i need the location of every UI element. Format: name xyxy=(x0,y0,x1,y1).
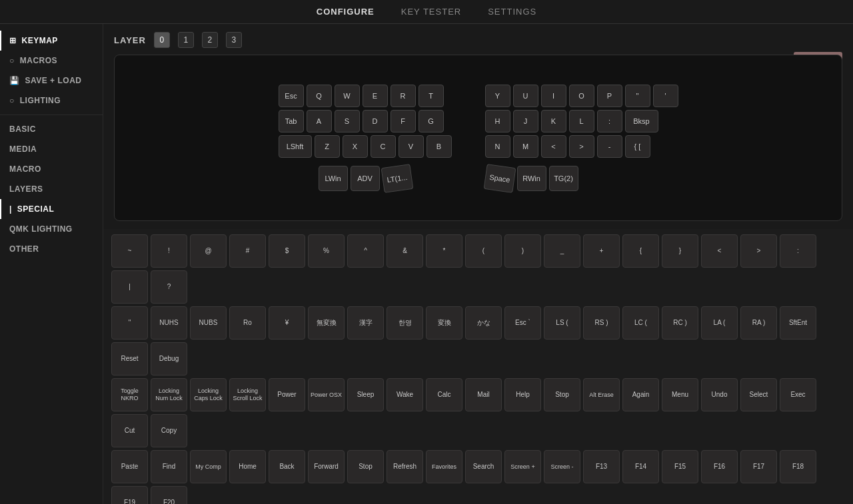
panel-key-ro[interactable]: Ro xyxy=(229,306,266,340)
panel-key-sftent[interactable]: SftEnt xyxy=(780,306,816,340)
panel-key-plus[interactable]: + xyxy=(583,234,620,268)
panel-key-stop-2[interactable]: Stop xyxy=(347,450,384,483)
key-tg2[interactable]: TG(2) xyxy=(549,166,578,191)
panel-key-kana[interactable]: かな xyxy=(465,306,502,340)
panel-key-refresh[interactable]: Refresh xyxy=(387,450,423,483)
panel-key-again[interactable]: Again xyxy=(622,378,659,411)
panel-key-home[interactable]: Home xyxy=(229,450,266,483)
panel-key-toggle-nkro[interactable]: Toggle NKRO xyxy=(111,378,148,411)
panel-key-pipe[interactable]: | xyxy=(111,270,148,304)
nav-key-tester[interactable]: KEY TESTER xyxy=(401,7,461,17)
sidebar-item-macros[interactable]: ○ MACROS xyxy=(0,51,103,71)
panel-key-hash[interactable]: # xyxy=(229,234,266,268)
sidebar-section-macro[interactable]: MACRO xyxy=(0,159,103,179)
panel-key-rs[interactable]: RS ) xyxy=(583,306,620,340)
panel-key-mail[interactable]: Mail xyxy=(465,378,502,411)
panel-key-f16[interactable]: F16 xyxy=(701,450,738,483)
panel-key-asterisk[interactable]: * xyxy=(426,234,462,268)
key-quote2[interactable]: ' xyxy=(653,85,678,107)
panel-key-my-comp[interactable]: My Comp xyxy=(190,450,227,483)
panel-key-f14[interactable]: F14 xyxy=(622,450,659,483)
panel-key-esc-grave[interactable]: Esc ` xyxy=(504,306,541,340)
panel-key-locking-caps[interactable]: Locking Caps Lock xyxy=(190,378,227,411)
panel-key-exec[interactable]: Exec xyxy=(780,378,816,411)
panel-key-nuhs[interactable]: NUHS xyxy=(151,306,187,340)
key-m[interactable]: M xyxy=(513,135,538,158)
panel-key-ra[interactable]: RA ) xyxy=(740,306,777,340)
panel-key-lt[interactable]: < xyxy=(701,234,738,268)
key-x[interactable]: X xyxy=(343,135,368,158)
key-tab[interactable]: Tab xyxy=(279,110,304,132)
panel-key-amp[interactable]: & xyxy=(387,234,423,268)
panel-key-hangul[interactable]: 한영 xyxy=(387,306,423,340)
panel-key-f20[interactable]: F20 xyxy=(151,486,187,504)
layer-btn-0[interactable]: 0 xyxy=(154,32,170,48)
panel-key-power[interactable]: Power xyxy=(269,378,305,411)
panel-key-dollar[interactable]: $ xyxy=(269,234,305,268)
key-comma[interactable]: < xyxy=(541,135,566,158)
key-period[interactable]: > xyxy=(569,135,594,158)
key-lt1[interactable]: LT(1... xyxy=(381,164,413,193)
panel-key-wake[interactable]: Wake xyxy=(387,378,423,411)
key-rwin[interactable]: RWin xyxy=(517,166,546,191)
panel-key-dquote[interactable]: " xyxy=(111,306,148,340)
panel-key-henkan[interactable]: 変換 xyxy=(426,306,462,340)
sidebar-section-basic[interactable]: BASIC xyxy=(0,119,103,139)
key-u[interactable]: U xyxy=(513,85,538,107)
panel-key-f19[interactable]: F19 xyxy=(111,486,148,504)
panel-key-back[interactable]: Back xyxy=(269,450,305,483)
nav-settings[interactable]: SETTINGS xyxy=(488,7,536,17)
panel-key-f13[interactable]: F13 xyxy=(583,450,620,483)
key-j[interactable]: J xyxy=(513,110,538,132)
key-d[interactable]: D xyxy=(363,110,388,132)
panel-key-muhenkan[interactable]: 無変換 xyxy=(308,306,345,340)
key-r[interactable]: R xyxy=(391,85,416,107)
key-b[interactable]: B xyxy=(426,135,452,158)
key-g[interactable]: G xyxy=(419,110,444,132)
key-o[interactable]: O xyxy=(569,85,594,107)
key-t[interactable]: T xyxy=(419,85,444,107)
panel-key-rcurly[interactable]: } xyxy=(662,234,698,268)
panel-key-undo[interactable]: Undo xyxy=(701,378,738,411)
panel-key-percent[interactable]: % xyxy=(308,234,345,268)
key-bksp[interactable]: Bksp xyxy=(625,110,658,132)
key-esc[interactable]: Esc xyxy=(279,85,304,107)
panel-key-la[interactable]: LA ( xyxy=(701,306,738,340)
panel-key-help[interactable]: Help xyxy=(504,378,541,411)
sidebar-section-media[interactable]: MEDIA xyxy=(0,139,103,159)
panel-key-select[interactable]: Select xyxy=(740,378,777,411)
panel-key-rparen[interactable]: ) xyxy=(504,234,541,268)
key-i[interactable]: I xyxy=(541,85,566,107)
panel-key-calc[interactable]: Calc xyxy=(426,378,462,411)
key-v[interactable]: V xyxy=(399,135,424,158)
panel-key-alt-erase[interactable]: Alt Erase xyxy=(583,378,620,411)
layer-btn-1[interactable]: 1 xyxy=(178,32,194,48)
panel-key-menu[interactable]: Menu xyxy=(662,378,698,411)
sidebar-section-special[interactable]: | SPECIAL xyxy=(0,199,103,219)
panel-key-yen[interactable]: ¥ xyxy=(269,306,305,340)
panel-key-at[interactable]: @ xyxy=(190,234,227,268)
panel-key-cut[interactable]: Cut xyxy=(111,414,148,447)
key-quote1[interactable]: " xyxy=(625,85,650,107)
sidebar-item-save-load[interactable]: 💾 SAVE + LOAD xyxy=(0,71,103,91)
key-s[interactable]: S xyxy=(335,110,360,132)
panel-key-power-osx[interactable]: Power OSX xyxy=(308,378,345,411)
key-semicolon[interactable]: : xyxy=(597,110,622,132)
panel-key-search[interactable]: Search xyxy=(465,450,502,483)
sidebar-item-lighting[interactable]: ○ LIGHTING xyxy=(0,91,103,111)
key-k[interactable]: K xyxy=(541,110,566,132)
panel-key-paste[interactable]: Paste xyxy=(111,450,148,483)
panel-key-forward[interactable]: Forward xyxy=(308,450,345,483)
panel-key-stop-1[interactable]: Stop xyxy=(544,378,580,411)
panel-key-f18[interactable]: F18 xyxy=(780,450,816,483)
panel-key-screen-plus[interactable]: Screen + xyxy=(504,450,541,483)
key-lshift[interactable]: LShft xyxy=(279,135,312,158)
panel-key-caret[interactable]: ^ xyxy=(347,234,384,268)
panel-key-f15[interactable]: F15 xyxy=(662,450,698,483)
panel-key-ls[interactable]: LS ( xyxy=(544,306,580,340)
key-f[interactable]: F xyxy=(391,110,416,132)
panel-key-locking-num[interactable]: Locking Num Lock xyxy=(151,378,187,411)
panel-key-gt[interactable]: > xyxy=(740,234,777,268)
sidebar-section-layers[interactable]: LAYERS xyxy=(0,179,103,199)
nav-configure[interactable]: CONFIGURE xyxy=(317,7,375,17)
